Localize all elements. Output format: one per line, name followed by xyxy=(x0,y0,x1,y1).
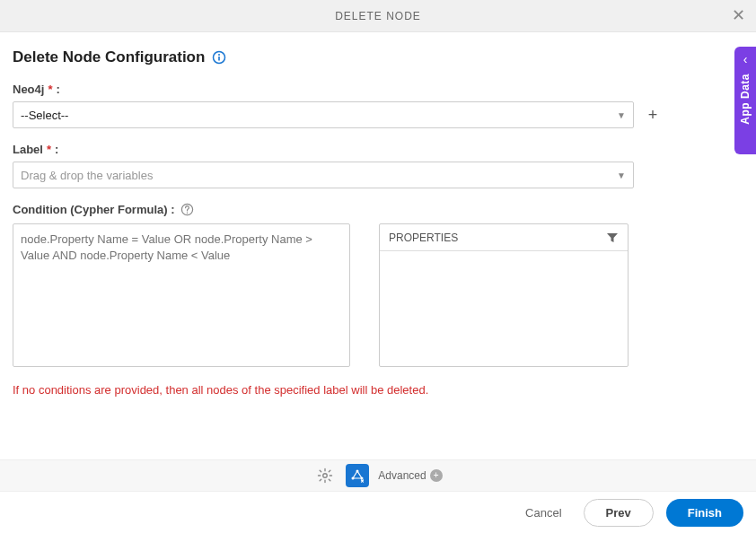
settings-button[interactable] xyxy=(313,464,337,487)
neo4j-label: Neo4j*: xyxy=(13,83,743,96)
chevron-left-icon: ‹ xyxy=(743,52,748,66)
svg-point-5 xyxy=(323,474,328,478)
required-marker: * xyxy=(48,83,52,96)
page-title-row: Delete Node Configuration xyxy=(13,48,743,66)
label-placeholder: Drag & drop the variables xyxy=(21,169,153,182)
help-icon[interactable] xyxy=(180,203,194,216)
neo4j-select[interactable]: --Select-- ▼ xyxy=(13,101,634,128)
add-neo4j-button[interactable]: + xyxy=(643,105,663,125)
svg-rect-2 xyxy=(219,57,221,61)
label-select[interactable]: Drag & drop the variables ▼ xyxy=(13,162,634,188)
app-data-tab[interactable]: ‹ App Data xyxy=(734,47,756,154)
condition-label-row: Condition (Cypher Formula) : xyxy=(13,203,743,216)
main-content: Delete Node Configuration Neo4j*: --Sele… xyxy=(0,32,756,397)
filter-icon[interactable] xyxy=(606,232,619,244)
close-icon: ✕ xyxy=(732,6,745,24)
footer: Cancel Prev Finish xyxy=(0,492,756,533)
app-data-label: App Data xyxy=(739,74,752,125)
plus-circle-icon: + xyxy=(430,469,443,482)
properties-title: PROPERTIES xyxy=(389,232,458,244)
properties-body xyxy=(380,251,628,366)
chevron-down-icon: ▼ xyxy=(617,170,626,180)
svg-point-4 xyxy=(186,213,188,214)
info-icon[interactable] xyxy=(212,50,226,65)
neo4j-selected-value: --Select-- xyxy=(21,109,68,122)
condition-textarea[interactable] xyxy=(13,223,350,367)
modal-title: DELETE NODE xyxy=(335,10,421,22)
label-field-label: Label*: xyxy=(13,143,743,156)
warning-text: If no conditions are provided, then all … xyxy=(13,383,743,397)
neo4j-row: --Select-- ▼ + xyxy=(13,101,743,128)
page-title: Delete Node Configuration xyxy=(13,48,205,66)
modal-header: DELETE NODE ✕ xyxy=(0,0,756,32)
close-button[interactable]: ✕ xyxy=(732,7,745,23)
advanced-label: Advanced xyxy=(378,469,426,482)
condition-area: PROPERTIES xyxy=(13,223,743,367)
advanced-toggle[interactable]: Advanced + xyxy=(378,469,442,482)
properties-panel: PROPERTIES xyxy=(379,223,629,367)
bottom-toolbar: Advanced + xyxy=(0,459,756,492)
svg-point-1 xyxy=(218,54,220,56)
condition-label: Condition (Cypher Formula) : xyxy=(13,203,175,216)
properties-header: PROPERTIES xyxy=(380,224,628,251)
graph-button-active[interactable] xyxy=(346,464,369,487)
plus-icon: + xyxy=(648,106,658,125)
required-marker: * xyxy=(47,143,51,156)
prev-button[interactable]: Prev xyxy=(584,499,654,527)
chevron-down-icon: ▼ xyxy=(617,110,626,120)
finish-button[interactable]: Finish xyxy=(666,499,743,527)
cancel-button[interactable]: Cancel xyxy=(516,501,570,525)
label-row: Drag & drop the variables ▼ xyxy=(13,162,743,188)
